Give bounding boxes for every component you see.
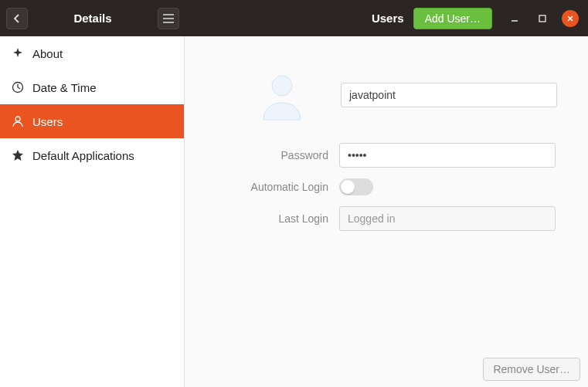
password-input[interactable]	[339, 143, 556, 168]
auto-login-label: Automatic Login	[216, 181, 339, 193]
add-user-button[interactable]: Add User…	[413, 8, 492, 29]
hamburger-icon	[163, 14, 174, 23]
sidebar-item-default-apps[interactable]: Default Applications	[0, 138, 184, 172]
close-button[interactable]	[562, 10, 579, 27]
user-icon	[11, 114, 25, 128]
minimize-icon	[511, 15, 518, 22]
maximize-button[interactable]	[534, 10, 551, 27]
avatar-icon	[254, 67, 310, 123]
password-row: Password	[216, 143, 557, 168]
titlebar-left: Details	[0, 0, 185, 36]
titlebar-right: Users Add User…	[185, 0, 588, 36]
last-login-row: Last Login	[216, 206, 557, 231]
sidebar-item-label: Date & Time	[32, 81, 97, 94]
page-title: Users	[185, 12, 413, 25]
titlebar: Details Users Add User…	[0, 0, 588, 36]
svg-point-2	[15, 117, 20, 121]
svg-point-3	[272, 76, 292, 96]
user-header-row	[216, 67, 557, 123]
auto-login-toggle[interactable]	[339, 178, 373, 195]
username-input[interactable]	[341, 83, 557, 107]
remove-user-button[interactable]: Remove User…	[483, 358, 580, 381]
chevron-left-icon	[13, 14, 21, 23]
avatar[interactable]	[254, 67, 310, 123]
sparkle-icon	[11, 46, 25, 60]
star-icon	[11, 148, 25, 162]
sidebar: About Date & Time Users Default Applicat…	[0, 36, 185, 387]
sidebar-item-label: About	[32, 47, 63, 60]
sidebar-item-users[interactable]: Users	[0, 104, 184, 138]
svg-rect-0	[539, 15, 546, 22]
sidebar-item-datetime[interactable]: Date & Time	[0, 70, 184, 104]
last-login-value	[339, 206, 556, 231]
auto-login-row: Automatic Login	[216, 178, 557, 195]
password-label: Password	[216, 149, 339, 161]
clock-icon	[11, 80, 25, 94]
maximize-icon	[539, 15, 546, 22]
sidebar-item-label: Default Applications	[32, 149, 134, 162]
content-pane: Password Automatic Login Last Login Remo…	[185, 36, 588, 387]
close-icon	[566, 15, 574, 22]
sidebar-item-label: Users	[32, 115, 63, 128]
sidebar-title: Details	[28, 12, 158, 25]
back-button[interactable]	[6, 8, 28, 29]
last-login-label: Last Login	[216, 212, 339, 225]
minimize-button[interactable]	[506, 10, 523, 27]
menu-button[interactable]	[158, 8, 179, 29]
sidebar-item-about[interactable]: About	[0, 36, 184, 70]
